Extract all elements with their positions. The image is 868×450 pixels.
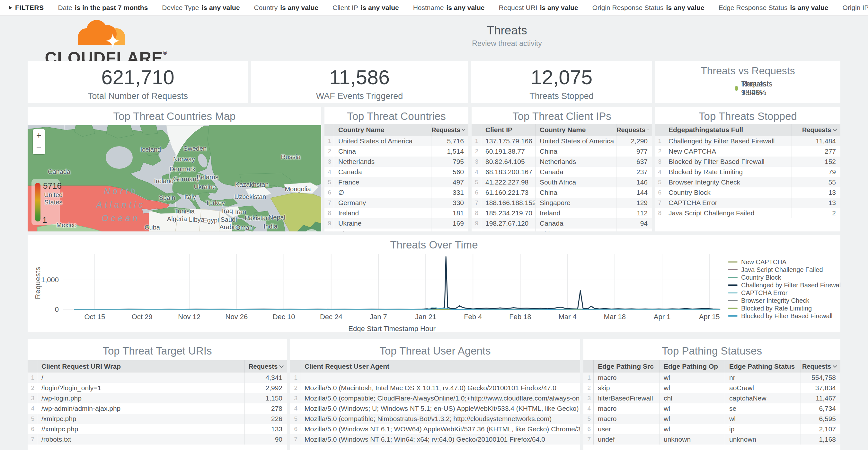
map-country-label: Mexico <box>56 221 76 229</box>
table-row: 3 80.82.64.105 Netherlands 637 <box>472 156 652 167</box>
table-row: 8 185.234.219.70 Ireland 112 <box>472 208 652 218</box>
column-header[interactable]: Edge Pathing Op <box>659 360 725 372</box>
panel-title: Threats vs Requests <box>655 65 840 77</box>
column-header[interactable]: Country Name <box>535 124 616 136</box>
column-header[interactable]: Edgepathingstatus Full <box>664 126 792 134</box>
table-row: 5 /xmlrpc.php 226 <box>28 414 287 424</box>
table-row: 5 41.222.227.98 South Africa 146 <box>472 177 652 187</box>
page-subtitle: Review threat activity <box>410 39 603 48</box>
chart-legend: New CAPTCHA Java Script Challenge Failed… <box>728 258 840 320</box>
map-country-label: Ukraine <box>194 183 216 190</box>
filter-item[interactable]: Countryis any value <box>254 4 319 11</box>
table-row: 2 China 1,514 <box>324 146 468 156</box>
legend-item: Blocked by Rate Limiting <box>728 304 840 312</box>
table-row: 3 /wp-login.php 1,150 <box>28 393 287 403</box>
table-row: 7 188.166.188.152 Singapore 129 <box>472 198 652 208</box>
table-row: 4 macro wl se 6,734 <box>583 403 840 414</box>
filter-item[interactable]: Edge Response Statusis any value <box>719 4 829 11</box>
x-tick-label: Feb 4 <box>454 313 492 321</box>
legend-item: Blocked by Filter Based Firewall <box>728 312 840 320</box>
legend-item: CAPTCHA Error <box>728 289 840 297</box>
threats-over-time-chart[interactable] <box>63 254 721 310</box>
map-country-label: Italy <box>184 193 196 201</box>
column-header[interactable]: Client Request URI Wrap <box>37 363 245 370</box>
panel-title: Top Threat Client IPs <box>472 110 652 122</box>
panel-top-threat-client-ips: Top Threat Client IPs Client IP Country … <box>472 107 652 232</box>
legend-line-swatch <box>728 308 738 309</box>
map-country-label: Pakistan <box>245 214 270 222</box>
legend-line-swatch <box>728 315 738 317</box>
table-row: 3 Mozilla/5.0 (compatible; CloudFlare-Al… <box>290 393 580 403</box>
map-country-label: Libya <box>189 216 204 223</box>
map-canvas[interactable]: North Atlantic Ocean 5716 1 Canada Unite… <box>28 125 321 232</box>
x-tick-label: Nov 26 <box>217 313 256 321</box>
filter-item[interactable]: Dateis in the past 7 months <box>58 4 148 11</box>
stat-label: Total Number of Requests <box>28 91 248 101</box>
panel-top-threat-target-uris: Top Threat Target URIs Client Request UR… <box>28 339 287 450</box>
table-row: 3 Netherlands 795 <box>324 156 468 167</box>
map-country-label: Egypt <box>203 217 219 224</box>
table-body: 1 United States of America 5,716 2 China… <box>324 136 468 232</box>
filter-item[interactable]: Client IPis any value <box>333 4 399 11</box>
x-tick-label: Mar 4 <box>548 313 587 321</box>
filters-expand-icon <box>9 6 12 10</box>
table-row: 4 Canada 560 <box>324 167 468 177</box>
zoom-in-button[interactable]: + <box>33 129 45 142</box>
column-header-requests[interactable]: Requests <box>431 124 468 136</box>
table-row: 3 Blocked by Filter Based Firewall 152 <box>655 156 840 167</box>
filter-item[interactable]: Origin Response Statusis any value <box>592 4 705 11</box>
table-row: 4 /wp-admin/admin-ajax.php 278 <box>28 403 287 414</box>
legend-line-swatch <box>728 261 738 263</box>
panel-title: Top Threat User Agents <box>290 345 580 357</box>
column-header[interactable]: Edge Pathing Status <box>725 360 801 372</box>
legend-item: Browser Integrity Check <box>728 297 840 304</box>
table-header: Edgepathingstatus Full Requests <box>655 124 840 136</box>
map-country-label: United States <box>44 191 63 206</box>
column-header-requests[interactable]: Requests <box>245 360 287 372</box>
filter-item[interactable]: Device Typeis any value <box>162 4 240 11</box>
x-tick-label: Apr 1 <box>643 313 681 321</box>
table-header: Client Request URI Wrap Requests <box>28 360 287 372</box>
stat-label: Threats Stopped <box>471 91 652 101</box>
sort-desc-icon <box>833 128 837 131</box>
legend-line-swatch <box>728 284 738 286</box>
table-row: 1 Challenged by Filter Based Firewall 11… <box>655 136 840 146</box>
table-row: 4 68.183.200.167 Canada 237 <box>472 167 652 177</box>
map-country-label: Nepal <box>269 214 285 221</box>
card-threats-stopped: 12,075 Threats Stopped <box>471 61 652 103</box>
table-row: 3 filterBasedFirewall chl captchaNew 11,… <box>583 393 840 403</box>
table-row: 2 60.191.38.77 China 977 <box>472 146 652 156</box>
x-axis-ticks: Oct 15Oct 29Nov 12Nov 26Dec 10Dec 24Jan … <box>63 313 721 322</box>
y-tick-label: 0 <box>33 305 59 314</box>
zoom-out-button[interactable]: − <box>33 142 45 155</box>
column-header[interactable]: Client IP <box>481 126 535 134</box>
filter-item[interactable]: Hostnameis any value <box>413 4 485 11</box>
table-row: 10 61.160.247.127 China 90 <box>472 229 652 232</box>
sort-desc-icon <box>833 365 837 368</box>
table-row: 6 Country Block 13 <box>655 187 840 198</box>
panel-top-threat-user-agents: Top Threat User Agents Client Request Us… <box>290 339 580 450</box>
panel-top-threat-countries: Top Threat Countries Country Name Reques… <box>324 107 468 232</box>
table-row: 6 //xmlrpc.php 133 <box>28 424 287 434</box>
legend-line-swatch <box>728 277 738 278</box>
card-total-requests: 621,710 Total Number of Requests <box>28 61 248 103</box>
column-header-requests[interactable]: Requests <box>801 360 840 372</box>
filter-item[interactable]: Request URIis any value <box>499 4 578 11</box>
column-header[interactable]: Client Request User Agent <box>300 363 580 370</box>
column-header-requests[interactable]: Requests <box>616 124 652 136</box>
column-header[interactable]: Country Name <box>334 126 431 134</box>
table-row: 10 Singapore 159 <box>324 229 468 232</box>
filter-item[interactable]: Origin IPis any value <box>843 4 868 11</box>
filters-toggle[interactable]: FILTERS <box>9 4 44 11</box>
column-header[interactable]: Edge Pathing Src <box>594 363 659 370</box>
table-header: Edge Pathing Src Edge Pathing Op Edge Pa… <box>583 360 840 372</box>
table-header: Client IP Country Name Requests <box>472 124 652 136</box>
x-axis-label: Edge Start Timestamp Hour <box>63 325 721 332</box>
column-header-requests[interactable]: Requests <box>792 124 840 136</box>
sort-desc-icon <box>462 128 465 131</box>
table-row: 6 61.160.221.73 China 144 <box>472 187 652 198</box>
table-body: 1 macro wl nr 554,758 2 skip wl aoCrawl … <box>583 372 840 445</box>
map-country-label: Tunisia <box>174 208 195 215</box>
map-country-label: India <box>264 223 277 230</box>
map-country-label: Belarus <box>196 174 218 181</box>
